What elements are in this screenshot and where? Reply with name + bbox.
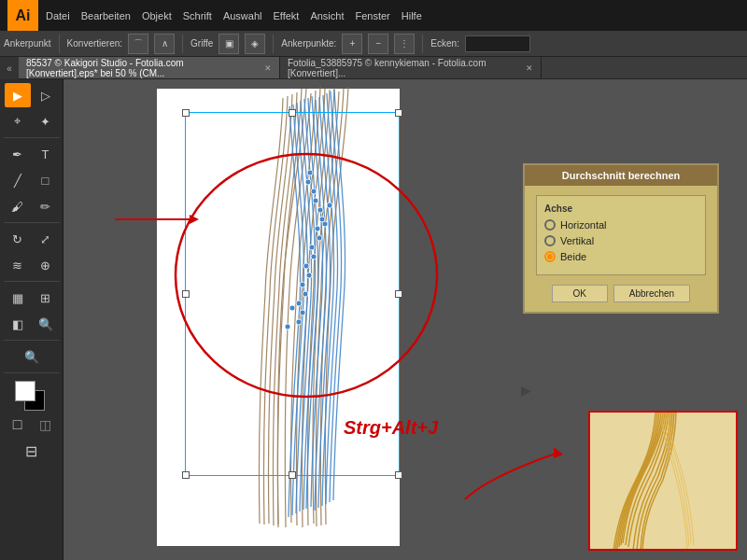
direct-select-tool[interactable]: ▷: [33, 83, 59, 107]
app-logo: Ai: [7, 0, 38, 31]
menu-effekt[interactable]: Effekt: [273, 10, 299, 21]
ok-button[interactable]: OK: [552, 285, 608, 302]
scale-tool[interactable]: ⤢: [33, 227, 59, 251]
menu-ansicht[interactable]: Ansicht: [310, 10, 344, 21]
foreground-color[interactable]: [15, 381, 35, 401]
thumbnail-image: [588, 411, 738, 551]
anchor-label: Ankerpunkt: [4, 38, 51, 49]
ankerpunkte-3[interactable]: ⋮: [394, 34, 415, 54]
menu-hilfe[interactable]: Hilfe: [402, 10, 422, 21]
svg-point-11: [317, 235, 322, 241]
toolbar-separator-2: [182, 35, 183, 53]
canvas-area: ▶ Strg+Alt+J Durchschnitt berechnen Achs…: [63, 79, 747, 560]
tool-row-mode: □ ◫: [5, 413, 59, 437]
radio-beide[interactable]: [544, 251, 556, 262]
magic-wand-tool[interactable]: ✦: [33, 109, 59, 133]
paintbrush-tool[interactable]: 🖌: [5, 194, 31, 218]
achse-group-label: Achse: [544, 203, 698, 214]
ankerpunkte-remove-btn[interactable]: −: [368, 34, 388, 54]
pencil-tool[interactable]: ✏: [33, 194, 59, 218]
radio-horizontal-row[interactable]: Horizontal: [544, 219, 698, 231]
tab-bar: « 85537 © Kakigori Studio - Fotolia.com …: [0, 57, 747, 79]
svg-point-18: [289, 305, 295, 311]
tool-row-10: 🔍: [19, 344, 45, 369]
menu-schrift[interactable]: Schrift: [183, 10, 212, 21]
menu-datei[interactable]: Datei: [46, 10, 70, 21]
tab-collapse-btn[interactable]: «: [0, 57, 19, 79]
tool-row-2: ⌖ ✦: [5, 109, 59, 133]
ecken-input[interactable]: [465, 35, 530, 52]
svg-point-15: [300, 310, 305, 315]
svg-point-1: [311, 189, 317, 194]
svg-point-14: [303, 291, 308, 297]
type-tool[interactable]: T: [33, 142, 59, 166]
menu-fenster[interactable]: Fenster: [355, 10, 389, 21]
svg-point-5: [303, 263, 309, 269]
tool-separator-3: [4, 281, 60, 282]
radio-vertikal[interactable]: [544, 235, 556, 246]
pen-tool[interactable]: ✒: [5, 142, 31, 166]
line-tool[interactable]: ╱: [5, 168, 31, 192]
blend-tool[interactable]: ⊕: [33, 253, 59, 277]
griffe-btn2[interactable]: ◈: [245, 34, 265, 54]
screen-mode-btn[interactable]: ⊟: [19, 439, 45, 463]
annotation-arrow-2: [456, 434, 568, 509]
tab-2-close[interactable]: ✕: [526, 63, 533, 73]
tool-row-9: ◧ 🔍: [5, 312, 59, 336]
durchschnitt-dialog[interactable]: Durchschnitt berechnen Achse Horizontal …: [523, 163, 719, 314]
convert-smooth-btn[interactable]: ⌒: [128, 34, 148, 54]
radio-beide-label: Beide: [560, 251, 586, 262]
menu-objekt[interactable]: Objekt: [142, 10, 172, 21]
gradient-tool[interactable]: ◧: [5, 312, 31, 336]
tool-row-6: ↻ ⤢: [5, 227, 59, 251]
radio-vertikal-row[interactable]: Vertikal: [544, 235, 698, 246]
svg-point-17: [322, 221, 328, 227]
tool-row-7: ≋ ⊕: [5, 253, 59, 277]
radio-horizontal[interactable]: [544, 219, 556, 231]
svg-point-6: [300, 282, 305, 287]
tab-1-close[interactable]: ✕: [264, 63, 272, 73]
menu-auswahl[interactable]: Auswahl: [223, 10, 262, 21]
warp-tool[interactable]: ≋: [5, 253, 31, 277]
convert-corner-btn[interactable]: ∧: [154, 34, 175, 54]
radio-vertikal-label: Vertikal: [560, 235, 594, 246]
tab-2[interactable]: Fotolia_53885975 © kennykieman - Fotolia…: [280, 57, 542, 78]
title-bar: Ai Datei Bearbeiten Objekt Schrift Auswa…: [0, 0, 747, 31]
tool-row-screenmode: ⊟: [19, 439, 45, 463]
color-swatches: [15, 381, 49, 411]
artwork-paths: [138, 79, 493, 560]
tab-2-label: Fotolia_53885975 © kennykieman - Fotolia…: [288, 58, 518, 78]
tab-1[interactable]: 85537 © Kakigori Studio - Fotolia.com [K…: [19, 57, 280, 78]
svg-point-4: [309, 245, 315, 250]
mesh-tool[interactable]: ⊞: [33, 286, 59, 310]
svg-point-16: [296, 319, 302, 325]
cursor-indicator: ▶: [521, 383, 531, 398]
dialog-body: Achse Horizontal Vertikal: [525, 186, 717, 312]
tool-row-1: ▶ ▷: [5, 83, 59, 107]
svg-point-3: [315, 226, 320, 231]
menu-bar[interactable]: Datei Bearbeiten Objekt Schrift Auswahl …: [46, 10, 422, 21]
rotate-tool[interactable]: ↻: [5, 227, 31, 251]
ankerpunkte-add-btn[interactable]: +: [342, 34, 362, 54]
lasso-tool[interactable]: ⌖: [5, 109, 31, 133]
shape-tool[interactable]: □: [33, 168, 59, 192]
radio-horizontal-label: Horizontal: [560, 219, 607, 231]
annotation-arrow-1: [110, 191, 204, 247]
mask-mode-btn[interactable]: ◫: [33, 413, 59, 437]
cancel-button[interactable]: Abbrechen: [613, 285, 690, 302]
menu-bearbeiten[interactable]: Bearbeiten: [81, 10, 131, 21]
toolbar-separator-1: [59, 35, 60, 53]
eyedropper-tool[interactable]: 🔍: [33, 312, 59, 336]
radio-beide-row[interactable]: Beide: [544, 251, 698, 262]
svg-point-9: [313, 198, 318, 203]
griffe-btn1[interactable]: ▣: [218, 34, 239, 54]
select-tool[interactable]: ▶: [5, 83, 31, 107]
normal-mode-btn[interactable]: □: [5, 413, 31, 437]
toolbar-separator-3: [273, 35, 274, 53]
zoom-tool[interactable]: 🔍: [19, 344, 45, 369]
svg-marker-24: [554, 447, 563, 458]
column-chart-tool[interactable]: ▦: [5, 286, 31, 310]
thumbnail-svg: [590, 413, 738, 551]
tool-row-3: ✒ T: [5, 142, 59, 166]
left-toolbar: ▶ ▷ ⌖ ✦ ✒ T ╱ □ 🖌 ✏ ↻ ⤢ ≋ ⊕ ▦: [0, 79, 63, 560]
